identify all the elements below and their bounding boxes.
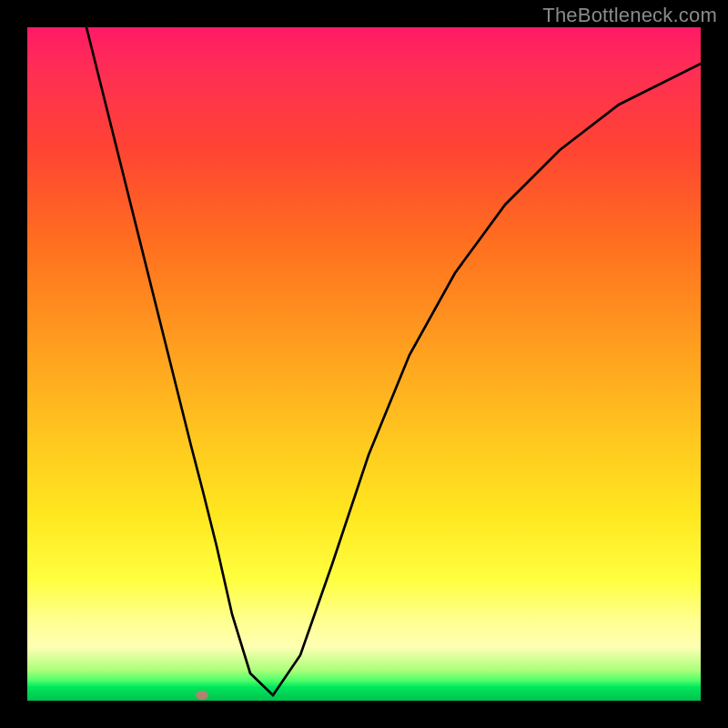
minimum-marker bbox=[196, 691, 208, 700]
curve-path bbox=[86, 27, 701, 695]
bottleneck-curve bbox=[27, 27, 701, 701]
chart-frame: TheBottleneck.com bbox=[0, 0, 728, 728]
plot-area bbox=[27, 27, 701, 701]
attribution-text: TheBottleneck.com bbox=[542, 4, 717, 27]
